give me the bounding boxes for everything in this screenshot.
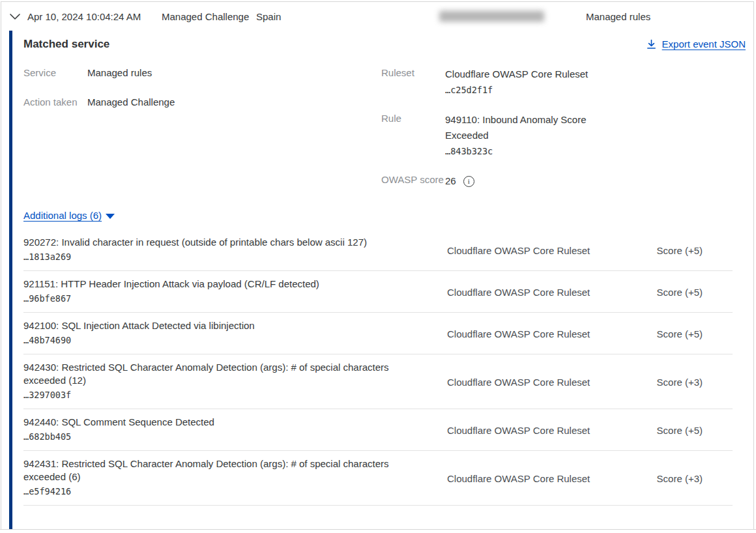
owasp-score-label: OWASP score	[381, 173, 445, 189]
log-row: 920272: Invalid character in request (ou…	[23, 229, 733, 271]
ruleset-field: Ruleset Cloudflare OWASP Core Ruleset …c…	[381, 66, 746, 98]
log-ruleset: Cloudflare OWASP Core Ruleset	[447, 473, 610, 484]
log-ruleset: Cloudflare OWASP Core Ruleset	[447, 328, 610, 339]
event-action: Managed Challenge	[162, 11, 249, 22]
rule-id: …843b323c	[445, 146, 493, 156]
export-event-json-link[interactable]: Export event JSON	[647, 38, 746, 50]
log-score: Score (+5)	[657, 328, 703, 339]
event-service: Managed rules	[586, 11, 650, 22]
log-description: 920272: Invalid character in request (ou…	[23, 236, 405, 265]
log-row: 921151: HTTP Header Injection Attack via…	[23, 271, 733, 313]
log-rule-title: 942440: SQL Comment Sequence Detected	[23, 416, 405, 429]
log-rule-id: …96bfe867	[23, 291, 405, 306]
ruleset-name: Cloudflare OWASP Core Ruleset	[445, 68, 588, 79]
log-row: 942431: Restricted SQL Character Anomaly…	[23, 451, 733, 506]
log-description: 921151: HTTP Header Injection Attack via…	[23, 278, 405, 306]
chevron-down-icon[interactable]	[8, 10, 22, 23]
owasp-score-field: OWASP score 26 i	[381, 173, 746, 189]
log-rule-title: 942100: SQL Injection Attack Detected vi…	[23, 319, 405, 332]
event-timestamp: Apr 10, 2024 10:04:24 AM	[27, 11, 141, 22]
info-icon[interactable]: i	[463, 176, 474, 187]
event-summary-row[interactable]: Apr 10, 2024 10:04:24 AM Managed Challen…	[1, 2, 753, 31]
log-score: Score (+3)	[657, 377, 703, 388]
log-rule-id: …3297003f	[23, 387, 405, 403]
section-title: Matched service	[23, 38, 109, 51]
log-row: 942100: SQL Injection Attack Detected vi…	[23, 313, 733, 354]
log-score: Score (+5)	[657, 425, 703, 436]
log-description: 942100: SQL Injection Attack Detected vi…	[23, 319, 405, 348]
caret-down-icon	[106, 214, 115, 219]
log-row: 942440: SQL Comment Sequence Detected …6…	[23, 409, 733, 451]
log-score: Score (+3)	[657, 473, 703, 484]
log-rule-title: 942430: Restricted SQL Character Anomaly…	[23, 361, 405, 387]
service-field: Service Managed rules	[23, 66, 381, 79]
log-rule-id: …e5f94216	[23, 483, 405, 499]
owasp-score-value-wrap: 26 i	[445, 173, 474, 189]
log-rule-id: …48b74690	[23, 332, 405, 348]
log-rule-id: …1813a269	[23, 249, 405, 265]
log-ruleset: Cloudflare OWASP Core Ruleset	[447, 425, 610, 436]
service-label: Service	[23, 66, 87, 79]
ruleset-label: Ruleset	[381, 66, 445, 98]
field-column-left: Service Managed rules Action taken Manag…	[23, 66, 381, 125]
ruleset-value: Cloudflare OWASP Core Ruleset …c25d2f1f	[445, 66, 588, 98]
field-column-right: Ruleset Cloudflare OWASP Core Ruleset …c…	[381, 66, 746, 203]
redacted-value	[439, 11, 544, 22]
table-bottom-border	[0, 529, 756, 530]
matched-service-fields: Service Managed rules Action taken Manag…	[23, 66, 746, 203]
table-right-border	[753, 1, 754, 529]
additional-logs-label: Additional logs (6)	[23, 210, 102, 221]
download-icon	[647, 39, 656, 50]
export-link-label: Export event JSON	[662, 38, 746, 50]
log-score: Score (+5)	[657, 245, 703, 256]
log-ruleset: Cloudflare OWASP Core Ruleset	[447, 287, 610, 298]
rule-field: Rule 949110: Inbound Anomaly Score Excee…	[381, 112, 746, 159]
rule-name: 949110: Inbound Anomaly Score Exceeded	[445, 114, 587, 141]
additional-logs-toggle[interactable]: Additional logs (6)	[23, 210, 115, 221]
log-score: Score (+5)	[657, 287, 703, 298]
event-country: Spain	[256, 11, 281, 22]
action-taken-value: Managed Challenge	[87, 96, 175, 109]
log-rule-title: 920272: Invalid character in request (ou…	[23, 236, 405, 249]
log-rule-title: 921151: HTTP Header Injection Attack via…	[23, 278, 405, 291]
log-description: 942440: SQL Comment Sequence Detected …6…	[23, 416, 405, 444]
log-description: 942431: Restricted SQL Character Anomaly…	[23, 457, 405, 499]
log-description: 942430: Restricted SQL Character Anomaly…	[23, 361, 405, 403]
log-ruleset: Cloudflare OWASP Core Ruleset	[447, 245, 610, 256]
log-ruleset: Cloudflare OWASP Core Ruleset	[447, 377, 610, 388]
owasp-score-value: 26	[445, 173, 456, 189]
log-rule-title: 942431: Restricted SQL Character Anomaly…	[23, 457, 405, 483]
event-detail-panel: Matched service Export event JSON Servic…	[1, 32, 753, 529]
action-taken-field: Action taken Managed Challenge	[23, 96, 381, 109]
log-row: 942430: Restricted SQL Character Anomaly…	[23, 354, 733, 409]
rule-value: 949110: Inbound Anomaly Score Exceeded ……	[445, 112, 605, 159]
action-taken-label: Action taken	[23, 96, 87, 109]
rule-label: Rule	[381, 112, 445, 159]
panel-header: Matched service Export event JSON	[23, 38, 746, 51]
additional-logs-list: 920272: Invalid character in request (ou…	[23, 229, 733, 506]
log-rule-id: …682bb405	[23, 429, 405, 444]
service-value: Managed rules	[87, 66, 152, 79]
ruleset-id: …c25d2f1f	[445, 85, 493, 95]
